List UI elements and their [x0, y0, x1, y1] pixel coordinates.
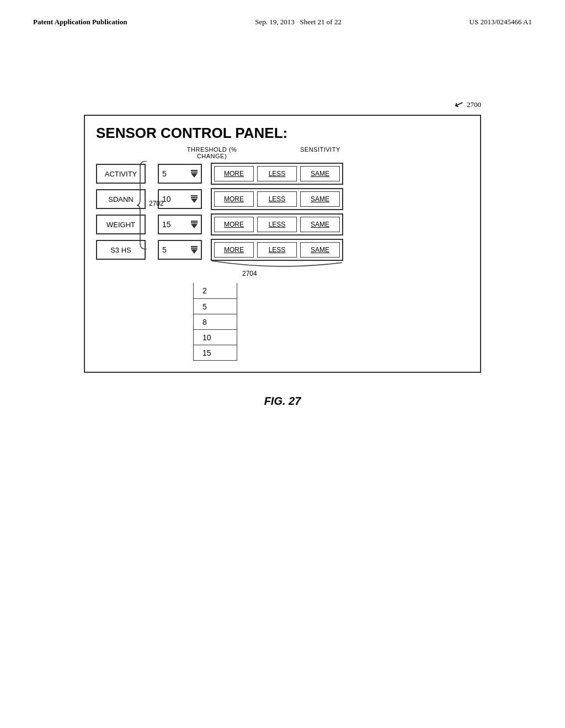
weight-threshold[interactable]: 15 — [158, 215, 202, 234]
label-2702: 2702 — [149, 200, 164, 207]
main-content: ↗ 2700 SENSOR CONTROL PANEL: THRESHOLD (… — [0, 115, 565, 408]
less-button[interactable]: LESS — [257, 166, 297, 181]
header-left: Patent Application Publication — [33, 18, 127, 26]
table-row: S3 HS 5 MORE LESS SAME — [96, 239, 469, 261]
header-right: US 2013/0245466 A1 — [470, 18, 532, 26]
table-row: ACTIVITY 5 MORE LESS SAME — [96, 163, 469, 185]
same-button[interactable]: SAME — [300, 166, 340, 181]
more-button[interactable]: MORE — [214, 217, 254, 232]
header-date: Sep. 19, 2013 Sheet 21 of 22 — [255, 18, 342, 26]
sensor-rows: ACTIVITY 5 MORE LESS SAME — [96, 163, 469, 361]
panel-title: SENSOR CONTROL PANEL: — [96, 125, 469, 142]
figure-caption: FIG. 27 — [264, 395, 301, 408]
same-button[interactable]: SAME — [300, 242, 340, 258]
dropdown-item[interactable]: 15 — [194, 345, 237, 360]
panel-column-headers: THRESHOLD (% CHANGE) SENSITIVITY — [184, 146, 469, 159]
sensitivity-group: MORE LESS SAME — [211, 188, 343, 210]
dropdown-arrow-icon — [191, 246, 198, 254]
brace-2702-svg — [136, 161, 149, 249]
threshold-header: THRESHOLD (% CHANGE) — [184, 146, 239, 159]
table-row: WEIGHT 15 MORE LESS SAME — [96, 213, 469, 235]
same-button[interactable]: SAME — [300, 191, 340, 207]
dropdown-item[interactable]: 10 — [194, 329, 237, 345]
dropdown-item[interactable]: 2 — [194, 283, 237, 298]
threshold-dropdown[interactable]: 2 5 8 10 15 — [193, 283, 237, 361]
more-button[interactable]: MORE — [214, 166, 254, 181]
sensitivity-group: MORE LESS SAME — [211, 239, 343, 261]
less-button[interactable]: LESS — [257, 242, 297, 258]
page-header: Patent Application Publication Sep. 19, … — [0, 0, 565, 26]
less-button[interactable]: LESS — [257, 191, 297, 207]
sensitivity-group: MORE LESS SAME — [211, 163, 343, 185]
s3hs-threshold[interactable]: 5 — [158, 240, 202, 260]
sensitivity-header: SENSITIVITY — [300, 146, 340, 159]
dropdown-arrow-icon — [191, 221, 198, 228]
label-2700: ↗ 2700 — [454, 98, 481, 111]
sdann-threshold[interactable]: 10 — [158, 189, 202, 209]
activity-threshold[interactable]: 5 — [158, 164, 202, 184]
less-button[interactable]: LESS — [257, 217, 297, 232]
dropdown-item[interactable]: 5 — [194, 298, 237, 314]
more-button[interactable]: MORE — [214, 191, 254, 207]
brace-2704-svg — [212, 260, 342, 272]
more-button[interactable]: MORE — [214, 242, 254, 258]
label-2702-container: 2702 — [136, 161, 149, 251]
dropdown-arrow-icon — [191, 170, 198, 178]
dropdown-item[interactable]: 8 — [194, 314, 237, 329]
label-2704-container — [212, 260, 342, 272]
sensor-control-panel: SENSOR CONTROL PANEL: THRESHOLD (% CHANG… — [84, 115, 481, 373]
sensitivity-group: MORE LESS SAME — [211, 213, 343, 235]
dropdown-arrow-icon — [191, 195, 198, 203]
same-button[interactable]: SAME — [300, 217, 340, 232]
